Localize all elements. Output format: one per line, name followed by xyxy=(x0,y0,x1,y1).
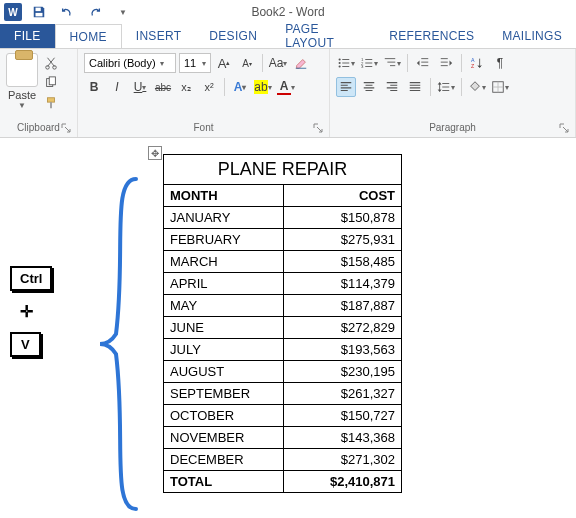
undo-button[interactable] xyxy=(56,2,78,22)
ribbon: Paste ▼ Clipboard Calibri (Body)▾ 11▾ A▴… xyxy=(0,48,576,138)
table-row[interactable]: FEBRUARY$275,931 xyxy=(164,229,402,251)
group-label-clipboard: Clipboard xyxy=(6,122,71,135)
total-label: TOTAL xyxy=(164,471,284,493)
cell-cost: $230,195 xyxy=(284,361,402,383)
paste-label: Paste xyxy=(8,89,36,101)
tab-references[interactable]: REFERENCES xyxy=(375,24,488,48)
chevron-down-icon: ▼ xyxy=(18,101,26,110)
customize-qat-button[interactable]: ▼ xyxy=(112,2,134,22)
paste-button[interactable]: Paste ▼ xyxy=(6,53,38,110)
table-row[interactable]: OCTOBER$150,727 xyxy=(164,405,402,427)
table-row[interactable]: NOVEMBER$143,368 xyxy=(164,427,402,449)
cell-cost: $143,368 xyxy=(284,427,402,449)
shrink-font-button[interactable]: A▾ xyxy=(237,53,257,73)
svg-rect-1 xyxy=(36,13,43,17)
group-font: Calibri (Body)▾ 11▾ A▴ A▾ Aa▾ B I U▾ abc… xyxy=(78,49,330,137)
tab-mailings[interactable]: MAILINGS xyxy=(488,24,576,48)
group-label-paragraph: Paragraph xyxy=(336,122,569,135)
sort-button[interactable]: AZ xyxy=(467,53,487,73)
italic-button[interactable]: I xyxy=(107,77,127,97)
cell-month: MARCH xyxy=(164,251,284,273)
dialog-launcher-icon[interactable] xyxy=(313,123,323,133)
word-app-icon: W xyxy=(4,3,22,21)
key-ctrl-overlay: Ctrl xyxy=(10,266,52,291)
format-painter-button[interactable] xyxy=(42,95,60,111)
grow-font-button[interactable]: A▴ xyxy=(214,53,234,73)
svg-text:A: A xyxy=(471,57,475,63)
cell-month: NOVEMBER xyxy=(164,427,284,449)
svg-rect-5 xyxy=(49,77,55,85)
cell-cost: $150,727 xyxy=(284,405,402,427)
table-row[interactable]: MARCH$158,485 xyxy=(164,251,402,273)
cell-month: SEPTEMBER xyxy=(164,383,284,405)
redo-button[interactable] xyxy=(84,2,106,22)
bullets-button[interactable]: ▾ xyxy=(336,53,356,73)
clear-formatting-button[interactable] xyxy=(291,53,311,73)
data-table[interactable]: PLANE REPAIR MONTH COST JANUARY$150,878F… xyxy=(163,154,402,493)
tab-file[interactable]: FILE xyxy=(0,24,55,48)
strikethrough-button[interactable]: abc xyxy=(153,77,173,97)
cut-button[interactable] xyxy=(42,55,60,71)
cell-cost: $272,829 xyxy=(284,317,402,339)
group-clipboard: Paste ▼ Clipboard xyxy=(0,49,78,137)
dialog-launcher-icon[interactable] xyxy=(61,123,71,133)
subscript-button[interactable]: x₂ xyxy=(176,77,196,97)
copy-button[interactable] xyxy=(42,75,60,91)
tab-page-layout[interactable]: PAGE LAYOUT xyxy=(271,24,375,48)
document-area[interactable]: ✥ PLANE REPAIR MONTH COST JANUARY$150,87… xyxy=(0,140,576,518)
group-paragraph: ▾ 123▾ ▾ AZ ¶ ▾ xyxy=(330,49,576,137)
table-title: PLANE REPAIR xyxy=(164,155,402,185)
increase-indent-button[interactable] xyxy=(436,53,456,73)
header-month: MONTH xyxy=(164,185,284,207)
group-label-font: Font xyxy=(84,122,323,135)
cell-month: APRIL xyxy=(164,273,284,295)
justify-button[interactable] xyxy=(405,77,425,97)
svg-point-8 xyxy=(339,58,341,60)
align-left-button[interactable] xyxy=(336,77,356,97)
multilevel-list-button[interactable]: ▾ xyxy=(382,53,402,73)
cell-month: MAY xyxy=(164,295,284,317)
text-effects-button[interactable]: A▾ xyxy=(230,77,250,97)
superscript-button[interactable]: x² xyxy=(199,77,219,97)
table-row[interactable]: APRIL$114,379 xyxy=(164,273,402,295)
plus-overlay: ✛ xyxy=(20,302,33,321)
brace-annotation xyxy=(96,174,146,514)
svg-point-10 xyxy=(339,65,341,67)
table-row[interactable]: JULY$193,563 xyxy=(164,339,402,361)
underline-button[interactable]: U▾ xyxy=(130,77,150,97)
shading-button[interactable]: ▾ xyxy=(467,77,487,97)
svg-point-9 xyxy=(339,62,341,64)
table-row[interactable]: SEPTEMBER$261,327 xyxy=(164,383,402,405)
highlight-button[interactable]: ab▾ xyxy=(253,77,273,97)
borders-button[interactable]: ▾ xyxy=(490,77,510,97)
tab-insert[interactable]: INSERT xyxy=(122,24,196,48)
font-name-combo[interactable]: Calibri (Body)▾ xyxy=(84,53,176,73)
save-button[interactable] xyxy=(28,2,50,22)
table-row[interactable]: MAY$187,887 xyxy=(164,295,402,317)
tab-home[interactable]: HOME xyxy=(55,24,122,48)
svg-text:3: 3 xyxy=(361,64,364,69)
table-row[interactable]: DECEMBER$271,302 xyxy=(164,449,402,471)
align-right-button[interactable] xyxy=(382,77,402,97)
cell-cost: $114,379 xyxy=(284,273,402,295)
dialog-launcher-icon[interactable] xyxy=(559,123,569,133)
cell-cost: $187,887 xyxy=(284,295,402,317)
table-row[interactable]: JUNE$272,829 xyxy=(164,317,402,339)
cell-cost: $271,302 xyxy=(284,449,402,471)
line-spacing-button[interactable]: ▾ xyxy=(436,77,456,97)
table-move-handle[interactable]: ✥ xyxy=(148,146,162,160)
tab-design[interactable]: DESIGN xyxy=(195,24,271,48)
quick-access-toolbar: W ▼ xyxy=(0,2,134,22)
align-center-button[interactable] xyxy=(359,77,379,97)
numbering-button[interactable]: 123▾ xyxy=(359,53,379,73)
table-row[interactable]: JANUARY$150,878 xyxy=(164,207,402,229)
cell-month: JULY xyxy=(164,339,284,361)
table-row[interactable]: AUGUST$230,195 xyxy=(164,361,402,383)
bold-button[interactable]: B xyxy=(84,77,104,97)
font-color-button[interactable]: A▾ xyxy=(276,77,296,97)
cell-cost: $158,485 xyxy=(284,251,402,273)
change-case-button[interactable]: Aa▾ xyxy=(268,53,288,73)
show-hide-button[interactable]: ¶ xyxy=(490,53,510,73)
decrease-indent-button[interactable] xyxy=(413,53,433,73)
font-size-combo[interactable]: 11▾ xyxy=(179,53,211,73)
